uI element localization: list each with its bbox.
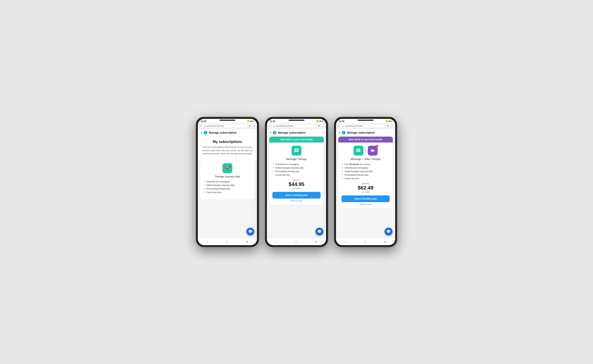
check-3-2: ✓ — [341, 166, 343, 169]
lock-icon-2: 🔒 — [273, 125, 275, 127]
browser-menu-3[interactable]: ⋮ — [391, 124, 394, 128]
hamburger-icon-3[interactable]: ≡ — [339, 131, 340, 134]
phones-container: 11:23 📶 98 % ⌂ 🔒 my.calmerry.com/subs 8 … — [196, 117, 397, 247]
feature-item-1-3: ✓Personalised therapy plan — [203, 188, 252, 190]
back-button-1[interactable]: ‹ — [207, 240, 208, 244]
hamburger-icon-1[interactable]: ≡ — [201, 131, 202, 134]
browser-url-1[interactable]: 🔒 my.calmerry.com/subs — [202, 124, 247, 128]
check-3-4: ✓ — [341, 174, 343, 176]
url-text-3: my.calmerry.com/subs — [345, 125, 362, 127]
feature-item-1-2: ✓Vetted therapist responds daily — [203, 184, 252, 187]
select-plan-button-2[interactable]: Select monthly plan — [272, 192, 321, 199]
browser-url-3[interactable]: 🔒 my.calmerry.com/subs — [340, 124, 385, 128]
browser-menu-2[interactable]: ⋮ — [322, 124, 325, 128]
feature-item-3-5: ✓Cancel any time — [341, 177, 390, 180]
lock-icon-1: 🔒 — [204, 125, 206, 127]
home-button-3[interactable]: ○ — [364, 240, 366, 244]
notification-badge-1: 1 — [204, 131, 207, 134]
browser-home-1[interactable]: ⌂ — [199, 124, 201, 128]
feature-list-3: ✓Four 30-minute live session ✓Unlimited … — [341, 163, 390, 180]
home-button-1[interactable]: ○ — [226, 240, 228, 244]
menu-button-3[interactable]: ≡ — [384, 240, 386, 244]
plan-name-2: Message Therapy — [272, 157, 321, 161]
phone-1: 11:23 📶 98 % ⌂ 🔒 my.calmerry.com/subs 8 … — [196, 117, 259, 247]
header-title-3: Manage subscription — [347, 131, 375, 134]
feature-item-2-2: ✓Vetted therapist responds daily — [272, 166, 321, 169]
browser-home-2[interactable]: ⌂ — [268, 124, 270, 128]
plan-icon-area-1: 🚀 — [203, 163, 252, 173]
price-original-3: $89.99 — [341, 182, 390, 185]
signal-icon-3: 📶 — [385, 120, 388, 122]
check-1-3: ✓ — [203, 188, 205, 190]
select-plan-button-3[interactable]: Select monthly plan — [341, 195, 390, 202]
notification-badge-3: 1 — [342, 131, 345, 134]
feature-list-1: ✓Unlimited text messaging ✓Vetted therap… — [203, 180, 252, 194]
check-2-4: ✓ — [272, 174, 274, 176]
browser-bar-3: ⌂ 🔒 my.calmerry.com/subs 8 ⋮ — [336, 123, 395, 129]
back-button-3[interactable]: ‹ — [345, 240, 346, 244]
price-main-3: $62.49 — [341, 185, 390, 191]
feature-item-1-1: ✓Unlimited text messaging — [203, 180, 252, 183]
url-text-2: my.calmerry.com/subs — [276, 125, 293, 127]
savings-banner-2: Save $32 on your first month — [269, 136, 324, 143]
browser-home-3[interactable]: ⌂ — [338, 124, 339, 128]
browser-menu-1[interactable]: ⋮ — [253, 124, 255, 128]
notif-badge-3: 4 — [376, 145, 378, 148]
back-button-2[interactable]: ‹ — [276, 240, 277, 244]
url-text-1: my.calmerry.com/subs — [207, 125, 224, 127]
check-2-2: ✓ — [272, 166, 274, 169]
hamburger-icon-2[interactable]: ≡ — [270, 131, 271, 134]
browser-url-2[interactable]: 🔒 my.calmerry.com/subs — [271, 124, 316, 128]
status-icons-3: 📶 98 % — [385, 120, 392, 122]
status-icons-1: 📶 98 % — [247, 120, 254, 122]
phone-2-screen: 11:23 📶 98 % ⌂ 🔒 my.calmerry.com/subs 8 … — [267, 119, 326, 245]
plus-icon-3: + — [365, 149, 366, 152]
battery-icon-3: 98 % — [388, 120, 392, 122]
status-time-2: 11:23 — [270, 120, 275, 122]
feature-item-2-1: ✓Unlimited text messaging — [272, 163, 321, 165]
check-3-3: ✓ — [341, 170, 343, 173]
chat-fab-1[interactable]: 💬 — [246, 228, 254, 235]
billed-text-2: billed monthly — [272, 200, 321, 202]
screen-main-title-1: My subscriptions — [198, 136, 257, 145]
browser-tab-3[interactable]: 8 — [386, 124, 390, 128]
check-3-5: ✓ — [341, 177, 343, 180]
plan-name-1: Therapy Journey Start — [203, 175, 252, 178]
feature-item-2-3: ✓Personalised therapy plan — [272, 170, 321, 173]
app-content-3: Save $110 on your first month + — [336, 136, 395, 238]
screen-subtitle-1: Find our subscriptions listed below. As … — [198, 145, 257, 158]
browser-bar-1: ⌂ 🔒 my.calmerry.com/subs 8 ⋮ — [198, 123, 257, 129]
chat-fab-2[interactable]: 💬 — [315, 228, 323, 235]
price-period-2: per week — [272, 187, 321, 189]
icon-wrapper-3: 4 — [368, 146, 378, 156]
browser-tab-1[interactable]: 8 — [248, 124, 252, 128]
app-header-3: ≡ 1 Manage subscription — [336, 129, 395, 136]
check-1-4: ✓ — [203, 191, 205, 194]
browser-tab-2[interactable]: 8 — [317, 124, 321, 128]
price-area-3: $89.99 $62.49 per week — [341, 182, 390, 193]
status-bar-2: 11:23 📶 98 % — [267, 119, 326, 123]
home-button-2[interactable]: ○ — [295, 240, 297, 244]
menu-button-2[interactable]: ≡ — [315, 240, 317, 244]
battery-icon-2: 98 % — [319, 120, 323, 122]
feature-item-3-2: ✓Unlimited text messaging — [341, 166, 390, 169]
bottom-nav-3: ‹ ○ ≡ — [336, 238, 395, 245]
price-area-2: $52.99 $44.95 per week — [272, 179, 321, 189]
savings-banner-3: Save $110 on your first month — [338, 136, 393, 143]
price-original-2: $52.99 — [272, 179, 321, 181]
header-title-2: Manage subscription — [278, 131, 306, 134]
price-period-3: per week — [341, 191, 390, 193]
header-title-1: Manage subscription — [209, 131, 236, 134]
status-icons-2: 📶 98 % — [316, 120, 323, 122]
chat-fab-3[interactable]: 💬 — [384, 228, 392, 235]
status-time-3: 11:23 — [339, 120, 344, 122]
check-2-3: ✓ — [272, 170, 274, 173]
lock-icon-3: 🔒 — [342, 125, 344, 127]
check-2-1: ✓ — [272, 163, 274, 165]
signal-icon-2: 📶 — [316, 120, 319, 122]
battery-icon-1: 98 % — [250, 120, 254, 122]
plan-card-body-2: Message Therapy ✓Unlimited text messagin… — [269, 143, 324, 205]
phone-3: 11:23 📶 98 % ⌂ 🔒 my.calmerry.com/subs 8 … — [334, 117, 397, 247]
menu-button-1[interactable]: ≡ — [246, 240, 248, 244]
plan-card-with-banner-3: Save $110 on your first month + — [338, 136, 393, 209]
